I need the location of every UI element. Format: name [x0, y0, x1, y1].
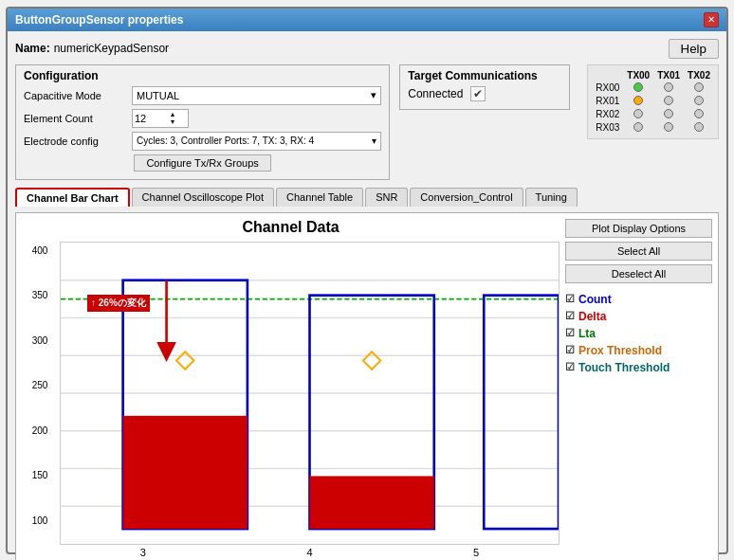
chart-with-x-axis: ↑ 26%の変化 3 4 5	[60, 242, 560, 561]
rx01-label: RX01	[592, 95, 623, 108]
lta-checkbox-icon[interactable]: ☑	[565, 327, 575, 339]
title-bar: ButtonGroupSensor properties ✕	[8, 9, 726, 31]
dropdown-arrow-icon: ▾	[371, 89, 376, 101]
name-row: Name: numericKeypadSensor Help	[15, 39, 719, 59]
touch-checkbox-icon[interactable]: ☑	[565, 361, 575, 373]
y-axis-ticks: 400 350 300 250 200 150 100 50	[32, 242, 50, 561]
tab-snr[interactable]: SNR	[365, 188, 408, 207]
legend-area: ☑ Count ☑ Delta ☑ Lta ☑ Prox Threshold	[565, 293, 712, 374]
tab-conversion-control[interactable]: Conversion_Control	[410, 188, 523, 207]
y-tick-300: 300	[32, 335, 48, 346]
legend-prox: ☑ Prox Threshold	[565, 344, 712, 357]
select-all-button[interactable]: Select All	[565, 242, 712, 261]
help-button[interactable]: Help	[669, 39, 719, 59]
chart-title: Channel Data	[242, 219, 339, 236]
config-row-capacitive: Capacitive Mode MUTUAL ▾	[24, 86, 381, 105]
y-tick-200: 200	[32, 425, 48, 436]
y-tick-350: 350	[32, 290, 48, 300]
electrode-config-label: Electrode config	[24, 135, 128, 147]
x-label-4: 4	[228, 547, 393, 558]
tx00-header: TX00	[623, 69, 653, 81]
chart-inner: 400 350 300 250 200 150 100 50	[22, 242, 560, 561]
led-rx03-tx01	[664, 122, 673, 132]
tab-channel-oscilloscope[interactable]: Channel Oscilloscope Plot	[132, 188, 274, 207]
tx-rx-grid: TX00 TX01 TX02 RX00 RX01	[587, 64, 719, 139]
count-checkbox-icon[interactable]: ☑	[565, 293, 575, 305]
legend-touch: ☑ Touch Threshold	[565, 361, 712, 374]
element-count-input[interactable]	[133, 113, 171, 124]
y-tick-400: 400	[32, 245, 48, 256]
x-axis-labels: 3 4 5	[60, 545, 560, 560]
plot-display-options-button[interactable]: Plot Display Options	[565, 219, 712, 238]
lta-label: Lta	[578, 327, 596, 340]
content-area: Name: numericKeypadSensor Help Configura…	[8, 31, 726, 561]
delta-label: Delta	[578, 310, 606, 323]
config-row-electrode: Electrode config Cycles: 3, Controller P…	[24, 132, 381, 151]
target-comm-group: Target Communications Connected ✔	[399, 64, 570, 110]
element-count-spinbox[interactable]: ▴ ▾	[132, 109, 189, 128]
connected-checkbox[interactable]: ✔	[470, 86, 486, 101]
capacitive-mode-label: Capacitive Mode	[24, 90, 128, 101]
close-button[interactable]: ✕	[704, 12, 719, 27]
x-label-5: 5	[394, 547, 559, 558]
led-rx03-tx00	[633, 122, 643, 132]
configure-txrx-button[interactable]: Configure Tx/Rx Groups	[134, 154, 270, 172]
y-tick-150: 150	[32, 470, 48, 480]
legend-count: ☑ Count	[565, 293, 712, 306]
y-tick-labels: 400 350 300 250 200 150 100 50	[32, 242, 50, 561]
led-rx01-tx02	[694, 96, 704, 105]
annotation-box: ↑ 26%の変化	[87, 295, 150, 312]
window-title: ButtonGroupSensor properties	[15, 13, 183, 27]
target-comm-title: Target Communications	[408, 69, 561, 82]
chart-canvas: ↑ 26%の変化	[60, 242, 560, 545]
annotation-arrow: ↑	[91, 298, 96, 308]
main-area: Channel Data 400 350 300 250 200 150	[15, 212, 719, 561]
electrode-config-value[interactable]: Cycles: 3, Controller Ports: 7, TX: 3, R…	[132, 132, 381, 151]
element-count-label: Element Count	[24, 113, 128, 124]
capacitive-mode-value[interactable]: MUTUAL ▾	[132, 86, 381, 105]
svg-rect-14	[484, 295, 559, 528]
rx02-label: RX02	[592, 108, 623, 121]
right-panel: Plot Display Options Select All Deselect…	[565, 219, 712, 561]
configuration-group: Configuration Capacitive Mode MUTUAL ▾ E…	[15, 64, 390, 180]
x-label-3: 3	[61, 547, 226, 558]
led-rx02-tx00	[633, 109, 643, 118]
rx03-label: RX03	[592, 121, 623, 135]
led-rx01-tx01	[664, 96, 673, 105]
led-rx00-tx02	[694, 82, 704, 92]
y-tick-100: 100	[32, 515, 48, 526]
main-window: ButtonGroupSensor properties ✕ Name: num…	[6, 7, 728, 554]
annotation-text: 26%の変化	[99, 298, 146, 308]
deselect-all-button[interactable]: Deselect All	[565, 264, 712, 283]
prox-checkbox-icon[interactable]: ☑	[565, 344, 575, 356]
led-rx01-tx00	[633, 96, 643, 105]
connected-label: Connected	[408, 87, 463, 100]
tx02-header: TX02	[684, 69, 714, 81]
y-tick-250: 250	[32, 380, 48, 390]
spin-down-icon[interactable]: ▾	[171, 118, 174, 126]
svg-marker-10	[176, 352, 193, 370]
svg-marker-13	[363, 352, 380, 370]
spinbox-arrows[interactable]: ▴ ▾	[171, 111, 174, 126]
top-section: Configuration Capacitive Mode MUTUAL ▾ E…	[15, 64, 719, 180]
legend-lta: ☑ Lta	[565, 327, 712, 340]
config-row-element-count: Element Count ▴ ▾	[24, 109, 381, 128]
touch-label: Touch Threshold	[578, 361, 670, 374]
legend-delta: ☑ Delta	[565, 310, 712, 323]
svg-rect-12	[310, 476, 434, 529]
tabs-row: Channel Bar Chart Channel Oscilloscope P…	[15, 188, 719, 207]
led-rx00-tx01	[664, 82, 673, 92]
name-label: Name:	[15, 42, 50, 55]
tab-channel-table[interactable]: Channel Table	[276, 188, 363, 207]
tab-channel-bar-chart[interactable]: Channel Bar Chart	[15, 188, 130, 207]
led-rx03-tx02	[694, 122, 704, 132]
rx00-label: RX00	[592, 81, 623, 95]
tab-tuning[interactable]: Tuning	[525, 188, 578, 207]
delta-checkbox-icon[interactable]: ☑	[565, 310, 575, 322]
chart-svg	[61, 243, 559, 544]
config-title: Configuration	[24, 69, 381, 82]
led-rx02-tx02	[694, 109, 704, 118]
count-label: Count	[578, 293, 612, 306]
led-rx00-tx00	[633, 82, 643, 92]
tx01-header: TX01	[653, 69, 684, 81]
